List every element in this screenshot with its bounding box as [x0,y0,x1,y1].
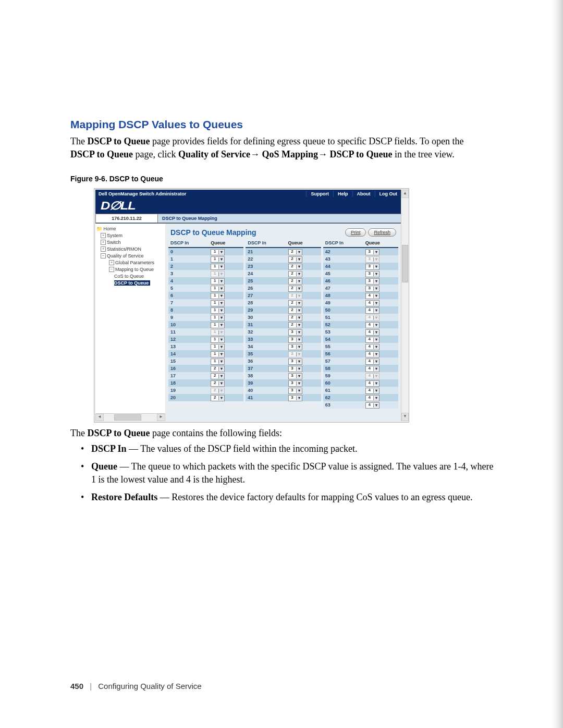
print-button[interactable]: Print [345,228,366,237]
chevron-down-icon[interactable]: ▾ [218,301,224,305]
scroll-right-icon[interactable]: ► [157,414,165,421]
tree-system[interactable]: +System [96,232,164,239]
queue-select[interactable]: 1▾ [211,344,225,350]
queue-select[interactable]: 3▾ [288,395,302,401]
queue-select[interactable]: 3▾ [288,366,302,372]
collapse-icon[interactable]: − [109,267,114,272]
queue-select[interactable]: 1▾ [211,293,225,299]
queue-select[interactable]: 4▾ [365,344,380,350]
queue-select[interactable]: 4▾ [365,337,380,343]
chevron-down-icon[interactable]: ▾ [296,301,302,305]
queue-select[interactable]: 2▾ [211,366,225,372]
queue-select[interactable]: 1▾ [211,249,225,255]
chevron-down-icon[interactable]: ▾ [296,265,302,269]
queue-select[interactable]: 1▾ [211,264,225,270]
chevron-down-icon[interactable]: ▾ [373,301,379,305]
collapse-icon[interactable]: − [101,253,106,258]
queue-select[interactable]: 1▾ [211,256,225,263]
queue-select[interactable]: 2▾ [211,380,225,387]
chevron-down-icon[interactable]: ▾ [218,396,224,400]
chevron-down-icon[interactable]: ▾ [218,352,224,356]
chevron-down-icon[interactable]: ▾ [373,360,379,364]
chevron-down-icon[interactable]: ▾ [373,287,379,291]
queue-select[interactable]: 1▾ [211,300,225,306]
tree-switch[interactable]: +Switch [96,239,164,246]
queue-select[interactable]: 2▾ [288,264,302,270]
queue-select[interactable]: 3▾ [288,337,302,343]
chevron-down-icon[interactable]: ▾ [296,330,302,335]
queue-select[interactable]: 3▾ [288,388,302,394]
queue-select[interactable]: 3▾ [365,278,380,285]
chevron-down-icon[interactable]: ▾ [296,396,302,400]
queue-select[interactable]: 1▾ [211,359,225,365]
chevron-down-icon[interactable]: ▾ [218,374,224,378]
chevron-down-icon[interactable]: ▾ [296,279,302,283]
queue-select[interactable]: 4▾ [365,395,380,401]
queue-select[interactable]: 4▾ [365,300,380,306]
chevron-down-icon[interactable]: ▾ [218,279,224,283]
window-v-scrollbar[interactable]: ▲ ▼ [401,190,409,421]
queue-select[interactable]: 1▾ [211,322,225,328]
queue-select[interactable]: 3▾ [365,264,380,270]
scroll-track[interactable] [402,198,408,413]
chevron-down-icon[interactable]: ▾ [218,381,224,386]
chevron-down-icon[interactable]: ▾ [218,257,224,262]
queue-select[interactable]: 2▾ [288,315,302,321]
chevron-down-icon[interactable]: ▾ [373,345,379,349]
tree-h-scrollbar[interactable]: ◄ ► [95,413,165,421]
chevron-down-icon[interactable]: ▾ [373,265,379,269]
queue-select[interactable]: 3▾ [288,329,302,336]
chevron-down-icon[interactable]: ▾ [373,381,379,386]
chevron-down-icon[interactable]: ▾ [373,294,379,298]
chevron-down-icon[interactable]: ▾ [373,338,379,342]
tree-home[interactable]: 📁 Home [96,226,164,232]
queue-select[interactable]: 2▾ [288,300,302,306]
queue-select[interactable]: 1▾ [211,307,225,314]
chevron-down-icon[interactable]: ▾ [296,309,302,313]
chevron-down-icon[interactable]: ▾ [218,309,224,313]
chevron-down-icon[interactable]: ▾ [373,389,379,393]
queue-select[interactable]: 2▾ [288,307,302,314]
chevron-down-icon[interactable]: ▾ [296,360,302,364]
queue-select[interactable]: 4▾ [365,366,380,372]
chevron-down-icon[interactable]: ▾ [296,389,302,393]
chevron-down-icon[interactable]: ▾ [373,323,379,327]
queue-select[interactable]: 3▾ [288,373,302,379]
chevron-down-icon[interactable]: ▾ [373,352,379,356]
chevron-down-icon[interactable]: ▾ [296,316,302,320]
chevron-down-icon[interactable]: ▾ [373,403,379,408]
queue-select[interactable]: 1▾ [211,286,225,292]
queue-select[interactable]: 3▾ [365,271,380,277]
scroll-left-icon[interactable]: ◄ [95,414,104,421]
chevron-down-icon[interactable]: ▾ [218,360,224,364]
scroll-thumb[interactable] [402,245,408,282]
queue-select[interactable]: 1▾ [211,337,225,343]
queue-select[interactable]: 3▾ [288,380,302,387]
chevron-down-icon[interactable]: ▾ [296,381,302,386]
expand-icon[interactable]: + [101,240,106,245]
chevron-down-icon[interactable]: ▾ [296,257,302,262]
chevron-down-icon[interactable]: ▾ [296,323,302,327]
chevron-down-icon[interactable]: ▾ [373,367,379,371]
scroll-up-icon[interactable]: ▲ [401,190,409,198]
chevron-down-icon[interactable]: ▾ [218,265,224,269]
queue-select[interactable]: 2▾ [288,256,302,263]
queue-select[interactable]: 2▾ [288,322,302,328]
chevron-down-icon[interactable]: ▾ [218,367,224,371]
queue-select[interactable]: 2▾ [211,395,225,401]
chevron-down-icon[interactable]: ▾ [218,250,224,254]
chevron-down-icon[interactable]: ▾ [218,338,224,342]
queue-select[interactable]: 4▾ [365,359,380,365]
queue-select[interactable]: 1▾ [211,351,225,357]
expand-icon[interactable]: + [101,246,106,252]
nav-tree[interactable]: 📁 Home +System +Switch +Statistics/RMON … [95,224,165,421]
chevron-down-icon[interactable]: ▾ [296,367,302,371]
queue-select[interactable]: 4▾ [365,307,380,314]
queue-select[interactable]: 4▾ [365,402,380,409]
tree-stats[interactable]: +Statistics/RMON [96,246,164,253]
chevron-down-icon[interactable]: ▾ [296,272,302,276]
queue-select[interactable]: 2▾ [288,271,302,277]
chevron-down-icon[interactable]: ▾ [373,272,379,276]
chevron-down-icon[interactable]: ▾ [373,279,379,283]
queue-select[interactable]: 2▾ [211,373,225,379]
